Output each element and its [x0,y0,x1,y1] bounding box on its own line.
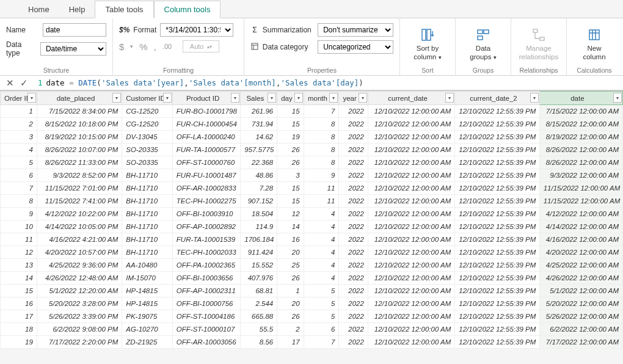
cell-date[interactable]: 8/26/2022 12:00:00 AM [539,144,622,156]
filter-icon[interactable]: ▾ [163,93,172,103]
col-current-date[interactable]: current_date▾ [368,92,454,105]
table-row[interactable]: 155/1/2022 12:20:00 AMHP-14815OFF-AP-100… [1,285,623,297]
sort-by-column-button[interactable]: Sort bycolumn ▾ [406,23,449,65]
cell-date[interactable]: 7/17/2022 12:00:00 AM [539,336,622,349]
cell-customer-id[interactable]: SO-20335 [122,144,173,156]
cell-day[interactable]: 26 [277,310,304,323]
col-month[interactable]: month▾ [304,92,339,105]
filter-icon[interactable]: ▾ [294,93,303,103]
cell-customer-id[interactable]: HP-14815 [122,285,173,297]
currency-button[interactable]: $ [119,42,124,52]
cell-sales[interactable]: 907.152 [241,195,277,208]
cell-day[interactable]: 15 [277,118,304,131]
filter-icon[interactable]: ▾ [613,93,622,103]
comma-button[interactable]: , [154,42,156,52]
datatype-select[interactable]: Date/time [40,42,106,56]
cell-order-id[interactable]: 10 [1,220,37,233]
cell-month[interactable]: 4 [304,259,339,272]
cell-month[interactable]: 8 [304,131,339,144]
cell-sales[interactable]: 22.368 [241,156,277,169]
cell-sales[interactable]: 2.544 [241,297,277,310]
cell-month[interactable]: 8 [304,118,339,131]
cell-date[interactable]: 4/26/2022 12:00:00 AM [539,272,622,285]
cell-date-placed[interactable]: 6/2/2022 9:08:00 PM [37,323,122,336]
cell-date[interactable]: 4/20/2022 12:00:00 AM [539,246,622,259]
cell-year[interactable]: 2022 [339,336,368,349]
table-row[interactable]: 58/26/2022 11:33:00 PMSO-20335OFF-ST-100… [1,156,623,169]
new-column-button[interactable]: Newcolumn [573,23,616,65]
cell-customer-id[interactable]: SO-20335 [122,156,173,169]
cell-date[interactable]: 8/19/2022 12:00:00 AM [539,131,622,144]
cell-current-date[interactable]: 12/10/2022 12:00:00 AM [368,131,454,144]
table-row[interactable]: 186/2/2022 9:08:00 PMAG-10270OFF-ST-1000… [1,323,623,336]
cell-current-date[interactable]: 12/10/2022 12:00:00 AM [368,310,454,323]
table-row[interactable]: 197/17/2022 2:20:00 PMZD-21925OFF-AR-100… [1,336,623,349]
cell-current-date-2[interactable]: 12/10/2022 12:55:39 PM [455,285,539,297]
cell-day[interactable]: 15 [277,182,304,195]
filter-icon[interactable]: ▾ [445,93,454,103]
cell-day[interactable]: 19 [277,131,304,144]
cell-current-date[interactable]: 12/10/2022 12:00:00 AM [368,156,454,169]
cell-sales[interactable]: 261.96 [241,105,277,118]
cell-product-id[interactable]: OFF-ST-10004186 [172,310,241,323]
table-row[interactable]: 69/3/2022 8:52:00 PMBH-11710FUR-FU-10001… [1,169,623,182]
col-date[interactable]: date▾ [539,92,622,105]
cell-date-placed[interactable]: 4/12/2022 10:22:00 PM [37,208,122,220]
filter-icon[interactable]: ▾ [231,93,239,103]
cell-order-id[interactable]: 5 [1,156,37,169]
cell-order-id[interactable]: 4 [1,144,37,156]
cell-date-placed[interactable]: 5/1/2022 12:20:00 AM [37,285,122,297]
cell-order-id[interactable]: 1 [1,105,37,118]
cell-month[interactable]: 5 [304,285,339,297]
cell-date[interactable]: 9/3/2022 12:00:00 AM [539,169,622,182]
percent-button[interactable]: % [139,42,147,52]
filter-icon[interactable]: ▾ [530,93,539,103]
cell-sales[interactable]: 18.504 [241,208,277,220]
table-row[interactable]: 28/15/2022 10:18:00 PMCG-12520FUR-CH-100… [1,118,623,131]
cell-customer-id[interactable]: CG-12520 [122,118,173,131]
cell-year[interactable]: 2022 [339,272,368,285]
table-row[interactable]: 38/19/2022 10:15:00 PMDV-13045OFF-LA-100… [1,131,623,144]
cell-day[interactable]: 26 [277,156,304,169]
cell-current-date-2[interactable]: 12/10/2022 12:55:39 PM [455,105,539,118]
column-name-input[interactable] [43,23,106,37]
table-row[interactable]: 711/15/2022 7:01:00 PMBH-11710OFF-AR-100… [1,182,623,195]
cell-order-id[interactable]: 12 [1,246,37,259]
cell-date-placed[interactable]: 11/15/2022 7:01:00 PM [37,182,122,195]
cell-order-id[interactable]: 13 [1,259,37,272]
cell-product-id[interactable]: OFF-PA-10002365 [172,259,241,272]
table-row[interactable]: 811/15/2022 7:41:00 PMBH-11710TEC-PH-100… [1,195,623,208]
cell-customer-id[interactable]: ZD-21925 [122,336,173,349]
cell-current-date[interactable]: 12/10/2022 12:00:00 AM [368,105,454,118]
cell-product-id[interactable]: OFF-AR-10003056 [172,336,241,349]
cell-current-date[interactable]: 12/10/2022 12:00:00 AM [368,195,454,208]
cell-year[interactable]: 2022 [339,208,368,220]
cell-current-date-2[interactable]: 12/10/2022 12:55:39 PM [455,195,539,208]
cell-year[interactable]: 2022 [339,233,368,246]
format-select[interactable]: *3/14/2001 1:30:55… [160,23,233,37]
cell-month[interactable]: 11 [304,195,339,208]
cell-date[interactable]: 5/1/2022 12:00:00 AM [539,285,622,297]
cell-date[interactable]: 8/26/2022 12:00:00 AM [539,156,622,169]
cell-month[interactable]: 7 [304,336,339,349]
cell-order-id[interactable]: 7 [1,182,37,195]
cell-day[interactable]: 26 [277,144,304,156]
table-row[interactable]: 94/12/2022 10:22:00 PMBH-11710OFF-BI-100… [1,208,623,220]
cell-date-placed[interactable]: 4/26/2022 12:48:00 AM [37,272,122,285]
cell-current-date[interactable]: 12/10/2022 12:00:00 AM [368,118,454,131]
table-row[interactable]: 175/26/2022 3:39:00 PMPK-19075OFF-ST-100… [1,310,623,323]
cell-date[interactable]: 5/26/2022 12:00:00 AM [539,310,622,323]
cell-product-id[interactable]: OFF-BI-10003656 [172,272,241,285]
cell-product-id[interactable]: OFF-ST-10000760 [172,156,241,169]
cell-order-id[interactable]: 17 [1,310,37,323]
cell-product-id[interactable]: OFF-BI-10000756 [172,297,241,310]
cell-sales[interactable]: 55.5 [241,323,277,336]
cell-product-id[interactable]: FUR-BO-10001798 [172,105,241,118]
cell-customer-id[interactable]: AG-10270 [122,323,173,336]
cell-date-placed[interactable]: 5/26/2022 3:39:00 PM [37,310,122,323]
cell-month[interactable]: 4 [304,272,339,285]
cell-year[interactable]: 2022 [339,144,368,156]
cell-current-date-2[interactable]: 12/10/2022 12:55:39 PM [455,156,539,169]
table-row[interactable]: 17/15/2022 8:34:00 PMCG-12520FUR-BO-1000… [1,105,623,118]
cell-current-date[interactable]: 12/10/2022 12:00:00 AM [368,323,454,336]
